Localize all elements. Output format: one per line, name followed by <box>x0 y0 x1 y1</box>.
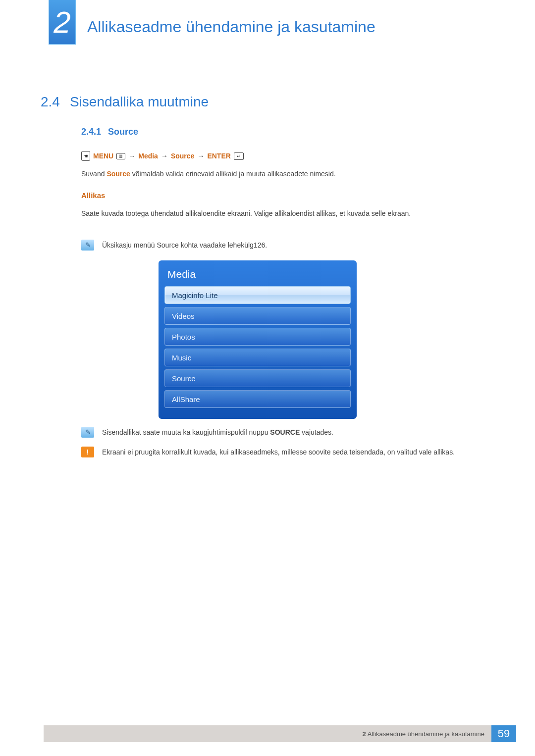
note-row-remote: ✎ Sisendallikat saate muuta ka kaugjuhti… <box>81 427 495 438</box>
warning-icon: ! <box>81 447 94 457</box>
arrow-icon: → <box>128 152 135 160</box>
chapter-tab: 2 <box>49 0 76 45</box>
media-item-photos[interactable]: Photos <box>164 328 351 346</box>
page-number: 59 <box>491 725 516 742</box>
subsection-number: 2.4.1 <box>81 127 101 137</box>
nav-step-media: Media <box>138 152 158 160</box>
note-text: Üksikasju menüü Source kohta vaadake leh… <box>102 240 267 251</box>
nav-menu: MENU <box>93 152 113 160</box>
media-menu-panel: Media Magicinfo Lite Videos Photos Music… <box>159 260 357 419</box>
subsection-title: Source <box>108 127 138 137</box>
arrow-icon: → <box>161 152 168 160</box>
menu-button-icon: ▥ <box>116 153 125 159</box>
hand-icon: ☚ <box>81 151 90 161</box>
note-text: Sisendallikat saate muuta ka kaugjuhtimi… <box>102 427 333 438</box>
media-menu-list: Magicinfo Lite Videos Photos Music Sourc… <box>164 286 351 408</box>
paragraph-source-desc: Suvand Source võimaldab valida erinevaid… <box>81 168 495 179</box>
media-item-videos[interactable]: Videos <box>164 307 351 325</box>
nav-enter: ENTER <box>207 152 230 160</box>
media-item-source[interactable]: Source <box>164 369 351 387</box>
media-item-allshare[interactable]: AllShare <box>164 390 351 408</box>
section-number: 2.4 <box>41 94 60 110</box>
note-icon: ✎ <box>81 427 94 438</box>
media-menu-title: Media <box>164 265 351 286</box>
media-item-music[interactable]: Music <box>164 349 351 366</box>
footer-bar: 2 Allikaseadme ühendamine ja kasutamine … <box>44 725 516 742</box>
navigation-path: ☚ MENU ▥ → Media → Source → ENTER ↵ <box>81 151 244 161</box>
note-row-details: ✎ Üksikasju menüü Source kohta vaadake l… <box>81 240 495 251</box>
chapter-title: Allikaseadme ühendamine ja kasutamine <box>87 18 375 36</box>
subsection-heading: 2.4.1 Source <box>81 127 138 137</box>
note-icon: ✎ <box>81 240 94 251</box>
nav-step-source: Source <box>171 152 194 160</box>
footer-text: 2 Allikaseadme ühendamine ja kasutamine <box>363 730 488 738</box>
subheading-allikas: Allikas <box>81 191 105 200</box>
paragraph-allikas-desc: Saate kuvada tootega ühendatud allikaloe… <box>81 208 495 219</box>
section-title: Sisendallika muutmine <box>70 94 209 110</box>
enter-button-icon: ↵ <box>234 152 244 160</box>
chapter-number: 2 <box>54 7 70 38</box>
warning-text: Ekraani ei pruugita korralikult kuvada, … <box>102 447 455 457</box>
media-item-magicinfo[interactable]: Magicinfo Lite <box>164 286 351 304</box>
arrow-icon: → <box>197 152 204 160</box>
section-heading: 2.4 Sisendallika muutmine <box>41 94 209 110</box>
warning-row: ! Ekraani ei pruugita korralikult kuvada… <box>81 447 495 457</box>
